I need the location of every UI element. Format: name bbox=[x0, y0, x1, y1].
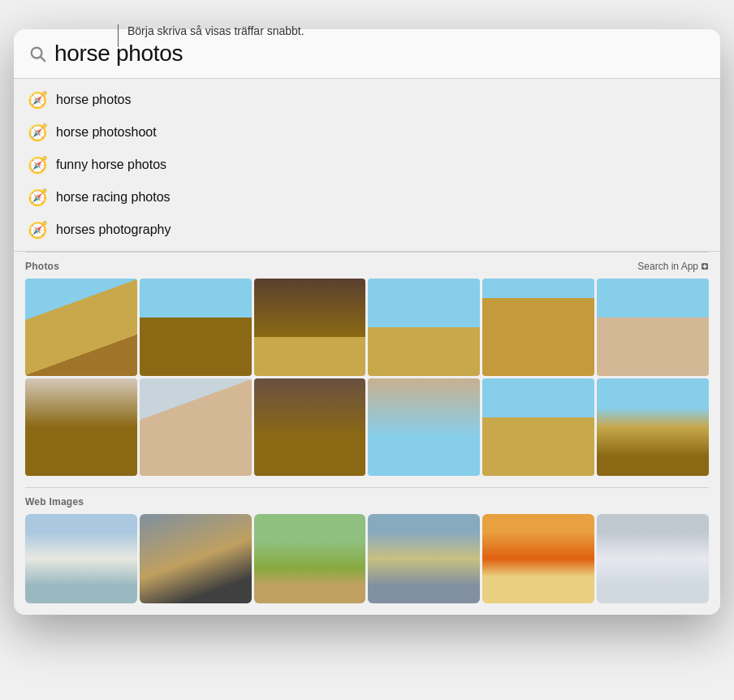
search-in-app-icon bbox=[701, 262, 709, 270]
web-image-cell[interactable] bbox=[140, 514, 252, 603]
suggestion-label: horse photoshoot bbox=[56, 125, 157, 140]
photo-cell[interactable] bbox=[254, 378, 366, 476]
suggestion-label: funny horse photos bbox=[56, 158, 166, 172]
search-in-app-label: Search in App bbox=[637, 261, 698, 272]
tooltip-text: Börja skriva så visas träffar snabbt. bbox=[127, 24, 304, 37]
photo-cell[interactable] bbox=[597, 279, 709, 376]
web-section-title: Web Images bbox=[25, 496, 84, 508]
photos-grid bbox=[25, 279, 709, 476]
web-image-cell[interactable] bbox=[254, 514, 366, 603]
photo-cell[interactable] bbox=[140, 279, 252, 376]
photo-cell[interactable] bbox=[25, 279, 137, 376]
photo-cell[interactable] bbox=[482, 378, 594, 476]
suggestion-item[interactable]: 🧭horse racing photos bbox=[14, 181, 720, 214]
suggestions-list: 🧭horse photos🧭horse photoshoot🧭funny hor… bbox=[14, 79, 720, 252]
suggestion-label: horse photos bbox=[56, 93, 132, 107]
photo-cell[interactable] bbox=[140, 378, 252, 476]
compass-icon: 🧭 bbox=[27, 219, 48, 240]
suggestion-label: horse racing photos bbox=[56, 190, 171, 205]
photos-section-header: Photos Search in App bbox=[25, 261, 709, 272]
search-input[interactable] bbox=[54, 41, 706, 67]
compass-icon: 🧭 bbox=[27, 89, 48, 110]
compass-icon: 🧭 bbox=[27, 154, 48, 175]
photo-cell[interactable] bbox=[25, 378, 137, 476]
suggestion-item[interactable]: 🧭horse photoshoot bbox=[14, 116, 720, 149]
search-icon bbox=[28, 45, 46, 63]
compass-icon: 🧭 bbox=[27, 187, 48, 208]
tooltip-line bbox=[118, 24, 119, 47]
spotlight-window: 🧭horse photos🧭horse photoshoot🧭funny hor… bbox=[14, 29, 720, 615]
web-image-cell[interactable] bbox=[368, 514, 480, 603]
photos-section-title: Photos bbox=[25, 261, 59, 272]
suggestion-label: horses photography bbox=[56, 223, 171, 237]
web-image-cell[interactable] bbox=[482, 514, 594, 603]
svg-line-1 bbox=[41, 57, 45, 61]
search-in-app-button[interactable]: Search in App bbox=[637, 261, 709, 272]
web-section-header: Web Images bbox=[25, 496, 709, 508]
photo-cell[interactable] bbox=[597, 378, 709, 476]
suggestion-item[interactable]: 🧭horse photos bbox=[14, 84, 720, 116]
web-images-section: Web Images bbox=[14, 488, 720, 615]
photo-cell[interactable] bbox=[368, 378, 480, 476]
photos-section: Photos Search in App bbox=[14, 253, 720, 487]
web-image-cell[interactable] bbox=[597, 514, 709, 603]
photo-cell[interactable] bbox=[482, 279, 594, 376]
web-images-grid bbox=[25, 514, 709, 603]
web-image-cell[interactable] bbox=[25, 514, 137, 603]
search-bar bbox=[14, 29, 720, 79]
suggestion-item[interactable]: 🧭horses photography bbox=[14, 214, 720, 246]
suggestion-item[interactable]: 🧭funny horse photos bbox=[14, 149, 720, 181]
search-svg bbox=[28, 45, 46, 63]
photo-cell[interactable] bbox=[254, 279, 366, 376]
photo-cell[interactable] bbox=[368, 279, 480, 376]
compass-icon: 🧭 bbox=[27, 122, 48, 143]
